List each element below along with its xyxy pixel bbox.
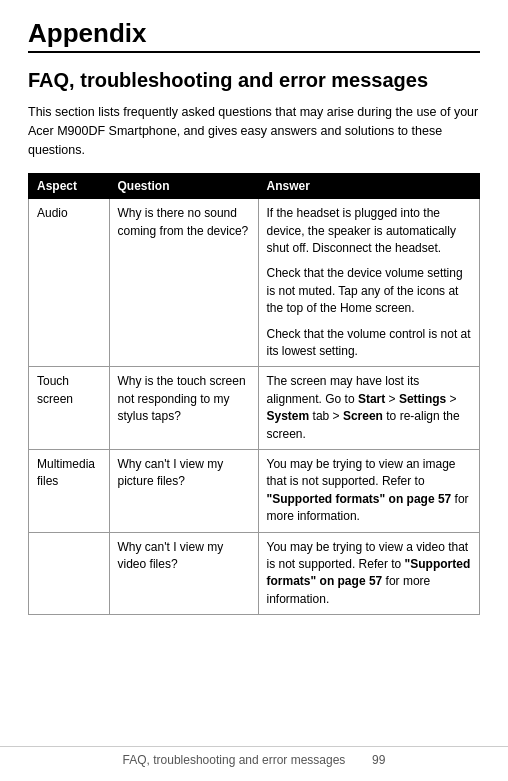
bold-formats-video: "Supported formats" on page 57 bbox=[267, 557, 471, 588]
answer-cell-touchscreen: The screen may have lost its alignment. … bbox=[258, 367, 479, 450]
aspect-cell-multimedia-sub bbox=[29, 532, 110, 615]
page-container: Appendix FAQ, troubleshooting and error … bbox=[0, 0, 508, 781]
faq-table: Aspect Question Answer Audio Why is ther… bbox=[28, 173, 480, 615]
bold-system: System bbox=[267, 409, 310, 423]
answer-para: Check that the device volume setting is … bbox=[267, 265, 471, 317]
question-cell-audio: Why is there no sound coming from the de… bbox=[109, 199, 258, 367]
title-underline bbox=[28, 51, 480, 53]
footer-text: FAQ, troubleshooting and error messages bbox=[123, 753, 346, 767]
col-header-question: Question bbox=[109, 174, 258, 199]
answer-para: Check that the volume control is not at … bbox=[267, 326, 471, 361]
table-row: Touch screen Why is the touch screen not… bbox=[29, 367, 480, 450]
answer-para: If the headset is plugged into the devic… bbox=[267, 205, 471, 257]
col-header-answer: Answer bbox=[258, 174, 479, 199]
table-row: Audio Why is there no sound coming from … bbox=[29, 199, 480, 367]
footer-bar: FAQ, troubleshooting and error messages … bbox=[0, 746, 508, 767]
aspect-cell-audio: Audio bbox=[29, 199, 110, 367]
table-row: Why can't I view my video files? You may… bbox=[29, 532, 480, 615]
section-title: FAQ, troubleshooting and error messages bbox=[28, 67, 480, 93]
aspect-cell-multimedia: Multimedia files bbox=[29, 449, 110, 532]
question-cell-video: Why can't I view my video files? bbox=[109, 532, 258, 615]
answer-para: You may be trying to view an image that … bbox=[267, 456, 471, 526]
bold-start: Start bbox=[358, 392, 385, 406]
answer-cell-audio: If the headset is plugged into the devic… bbox=[258, 199, 479, 367]
answer-cell-picture: You may be trying to view an image that … bbox=[258, 449, 479, 532]
answer-para: You may be trying to view a video that i… bbox=[267, 539, 471, 609]
bold-screen: Screen bbox=[343, 409, 383, 423]
appendix-title: Appendix bbox=[28, 18, 480, 49]
answer-para: The screen may have lost its alignment. … bbox=[267, 373, 471, 443]
intro-text: This section lists frequently asked ques… bbox=[28, 103, 480, 159]
question-cell-touchscreen: Why is the touch screen not responding t… bbox=[109, 367, 258, 450]
bold-formats-picture: "Supported formats" on page 57 bbox=[267, 492, 452, 506]
col-header-aspect: Aspect bbox=[29, 174, 110, 199]
bold-settings: Settings bbox=[399, 392, 446, 406]
footer-page: 99 bbox=[372, 753, 385, 767]
question-cell-picture: Why can't I view my picture files? bbox=[109, 449, 258, 532]
table-row: Multimedia files Why can't I view my pic… bbox=[29, 449, 480, 532]
aspect-cell-touchscreen: Touch screen bbox=[29, 367, 110, 450]
table-header-row: Aspect Question Answer bbox=[29, 174, 480, 199]
answer-cell-video: You may be trying to view a video that i… bbox=[258, 532, 479, 615]
